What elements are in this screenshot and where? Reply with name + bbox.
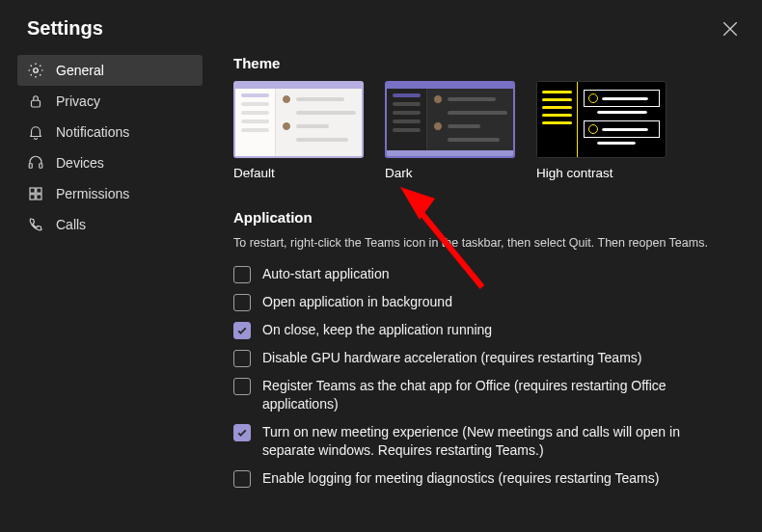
sidebar-item-calls[interactable]: Calls xyxy=(17,209,203,240)
svg-rect-5 xyxy=(37,188,41,193)
theme-options: Default Dark xyxy=(233,81,733,180)
option-label: Enable logging for meeting diagnostics (… xyxy=(262,469,659,488)
sidebar-item-privacy[interactable]: Privacy xyxy=(17,86,203,117)
svg-rect-6 xyxy=(30,195,35,200)
checkbox[interactable] xyxy=(233,266,251,283)
option-label: Open application in background xyxy=(262,293,452,311)
sidebar-item-devices[interactable]: Devices xyxy=(17,147,203,178)
application-section-title: Application xyxy=(233,209,733,226)
application-option: Disable GPU hardware acceleration (requi… xyxy=(233,344,733,372)
application-option: Enable logging for meeting diagnostics (… xyxy=(233,465,733,492)
svg-rect-7 xyxy=(37,195,41,200)
theme-section-title: Theme xyxy=(233,55,733,71)
application-option: On close, keep the application running xyxy=(233,316,733,344)
phone-icon xyxy=(27,216,44,233)
sidebar-item-label: Privacy xyxy=(56,93,100,109)
checkbox[interactable] xyxy=(233,470,251,488)
theme-preview-default xyxy=(233,81,364,158)
settings-sidebar: General Privacy Notifications Devices Pe xyxy=(0,49,212,492)
theme-preview-dark xyxy=(385,81,515,158)
sidebar-item-label: Notifications xyxy=(56,124,129,140)
svg-rect-3 xyxy=(40,164,42,169)
sidebar-item-label: Devices xyxy=(56,155,104,171)
theme-label: Dark xyxy=(385,166,515,180)
checkbox[interactable] xyxy=(233,350,251,367)
theme-label: Default xyxy=(233,166,364,180)
theme-option-high-contrast[interactable]: High contrast xyxy=(536,81,667,180)
sidebar-item-notifications[interactable]: Notifications xyxy=(17,117,203,147)
sidebar-item-permissions[interactable]: Permissions xyxy=(17,178,203,209)
svg-rect-4 xyxy=(30,188,35,193)
checkbox[interactable] xyxy=(233,424,251,441)
application-option: Register Teams as the chat app for Offic… xyxy=(233,372,733,418)
application-subtitle: To restart, right-click the Teams icon i… xyxy=(233,235,733,251)
theme-option-dark[interactable]: Dark xyxy=(385,81,515,180)
lock-icon xyxy=(27,93,44,110)
option-label: Disable GPU hardware acceleration (requi… xyxy=(262,349,641,367)
sidebar-item-label: Calls xyxy=(56,217,86,232)
option-label: Auto-start application xyxy=(262,265,390,283)
application-option: Open application in background xyxy=(233,288,733,316)
option-label: Register Teams as the chat app for Offic… xyxy=(262,377,716,413)
sidebar-item-general[interactable]: General xyxy=(17,55,203,86)
application-option: Auto-start application xyxy=(233,260,733,288)
svg-rect-2 xyxy=(29,164,32,169)
gear-icon xyxy=(27,62,44,79)
bell-icon xyxy=(27,123,44,141)
option-label: On close, keep the application running xyxy=(262,321,492,339)
checkbox[interactable] xyxy=(233,322,251,339)
page-title: Settings xyxy=(27,17,103,40)
theme-label: High contrast xyxy=(536,166,667,180)
permissions-icon xyxy=(27,185,44,202)
checkbox[interactable] xyxy=(233,294,251,311)
sidebar-item-label: Permissions xyxy=(56,186,129,201)
theme-option-default[interactable]: Default xyxy=(233,81,364,180)
application-option: Turn on new meeting experience (New meet… xyxy=(233,418,733,465)
svg-point-0 xyxy=(34,68,39,73)
headset-icon xyxy=(27,154,44,172)
application-options: Auto-start applicationOpen application i… xyxy=(233,260,733,492)
sidebar-item-label: General xyxy=(56,63,104,78)
theme-preview-high-contrast xyxy=(536,81,667,158)
close-icon[interactable] xyxy=(721,20,739,38)
option-label: Turn on new meeting experience (New meet… xyxy=(262,423,716,460)
svg-rect-1 xyxy=(32,100,41,107)
checkbox[interactable] xyxy=(233,378,251,395)
